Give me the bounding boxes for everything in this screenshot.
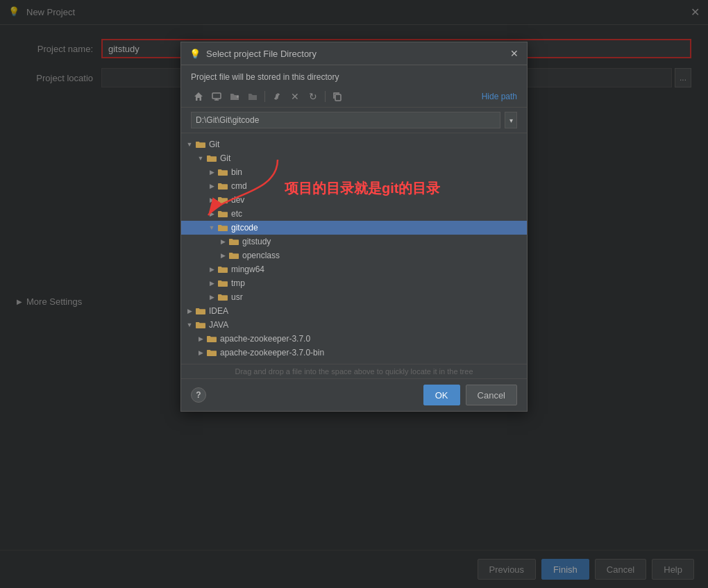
- svg-marker-0: [194, 92, 203, 101]
- svg-rect-1: [212, 93, 221, 99]
- tree-folder-icon: [206, 153, 217, 164]
- tree-item-gitstudy[interactable]: ▶ gitstudy: [181, 235, 527, 249]
- tree-toggle[interactable]: ▶: [217, 250, 228, 261]
- tree-item-mingw64[interactable]: ▶ mingw64: [181, 262, 527, 276]
- tree-label: dev: [231, 195, 244, 205]
- tree-label: usr: [231, 292, 243, 302]
- tree-folder-icon: [217, 194, 228, 205]
- tree-folder-icon: [228, 236, 239, 247]
- dialog-title-bar: 💡 Select project File Directory ✕: [181, 42, 527, 65]
- folder2-toolbar-icon[interactable]: [245, 89, 260, 104]
- tree-toggle[interactable]: ▼: [206, 222, 217, 233]
- tree-item-usr[interactable]: ▶ usr: [181, 290, 527, 304]
- tree-toggle[interactable]: ▶: [206, 194, 217, 205]
- tree-folder-icon: [206, 333, 217, 344]
- tree-toggle[interactable]: ▼: [195, 153, 206, 164]
- toolbar-separator-2: [325, 91, 326, 102]
- tree-label: gitcode: [231, 223, 258, 233]
- tree-folder-icon: [217, 167, 228, 178]
- tree-item-idea[interactable]: ▶ IDEA: [181, 304, 527, 318]
- tree-label: gitstudy: [242, 237, 271, 246]
- tree-toggle[interactable]: ▼: [184, 319, 195, 330]
- dialog-actions: OK Cancel: [423, 385, 517, 405]
- dialog-title-left: 💡 Select project File Directory: [189, 49, 317, 59]
- tree-label: bin: [231, 167, 242, 177]
- dialog-cancel-button[interactable]: Cancel: [466, 385, 517, 405]
- tree-label: openclass: [242, 251, 280, 260]
- path-dropdown-button[interactable]: ▾: [505, 112, 517, 128]
- tree-label: IDEA: [209, 306, 228, 316]
- dialog-ok-button[interactable]: OK: [423, 385, 460, 405]
- dialog-close-button[interactable]: ✕: [510, 48, 519, 59]
- toolbar-separator-1: [264, 91, 265, 102]
- tree-item-etc[interactable]: ▶ etc: [181, 207, 527, 221]
- dialog-toolbar: + ✕ ↻ Hide path: [181, 86, 527, 108]
- refresh-toolbar-icon[interactable]: ↻: [305, 89, 321, 104]
- tree-toggle[interactable]: ▶: [184, 305, 195, 317]
- drag-hint: Drag and drop a file into the space abov…: [181, 364, 527, 378]
- svg-rect-5: [335, 94, 341, 101]
- delete-toolbar-icon[interactable]: ✕: [287, 89, 303, 104]
- tree-item-bin[interactable]: ▶ bin: [181, 165, 527, 179]
- tree-item-gitcode[interactable]: ▼ gitcode: [181, 221, 527, 235]
- home-toolbar-icon[interactable]: [191, 89, 206, 104]
- file-tree[interactable]: ▼ Git ▼ Git ▶ bin ▶ cmd ▶ dev ▶ etc: [181, 133, 527, 364]
- tree-toggle[interactable]: ▶: [206, 292, 217, 303]
- tree-folder-icon: [195, 139, 206, 150]
- tree-label: Git: [209, 140, 219, 149]
- tree-folder-icon: [217, 264, 228, 275]
- tree-item-az2[interactable]: ▶ apache-zookeeper-3.7.0-bin: [181, 346, 527, 360]
- tree-toggle[interactable]: ▶: [206, 278, 217, 289]
- tree-item-az1[interactable]: ▶ apache-zookeeper-3.7.0: [181, 332, 527, 346]
- tree-folder-icon: [217, 278, 228, 289]
- tree-label: tmp: [231, 278, 245, 288]
- tree-item-tmp[interactable]: ▶ tmp: [181, 276, 527, 290]
- tree-item-dev[interactable]: ▶ dev: [181, 193, 527, 207]
- copy-toolbar-icon[interactable]: [330, 89, 345, 104]
- file-directory-dialog: 💡 Select project File Directory ✕ Projec…: [180, 42, 528, 412]
- tree-folder-icon: [217, 180, 228, 192]
- dialog-overlay: 💡 Select project File Directory ✕ Projec…: [0, 0, 708, 588]
- tree-toggle[interactable]: ▶: [195, 333, 206, 344]
- path-input[interactable]: [191, 112, 500, 128]
- tree-toggle[interactable]: ▶: [195, 347, 206, 358]
- tree-label: cmd: [231, 181, 247, 191]
- tree-folder-icon: [217, 208, 228, 219]
- tree-toggle[interactable]: ▶: [217, 236, 228, 247]
- tree-toggle[interactable]: ▶: [206, 208, 217, 219]
- tree-toggle[interactable]: ▼: [184, 139, 195, 150]
- hide-path-button[interactable]: Hide path: [482, 92, 517, 101]
- tree-item-java[interactable]: ▼ JAVA: [181, 318, 527, 332]
- tree-folder-icon: [228, 250, 239, 261]
- desktop-toolbar-icon[interactable]: [209, 89, 224, 104]
- tree-item-git1[interactable]: ▼ Git: [181, 137, 527, 151]
- tree-folder-icon: [195, 319, 206, 330]
- tree-label: apache-zookeeper-3.7.0-bin: [220, 348, 324, 358]
- tree-toggle[interactable]: ▶: [206, 167, 217, 178]
- tree-item-cmd[interactable]: ▶ cmd: [181, 179, 527, 193]
- tree-label: JAVA: [209, 320, 228, 330]
- dialog-bottom: ? OK Cancel: [181, 378, 527, 411]
- dialog-app-icon: 💡: [189, 49, 201, 59]
- dialog-subtitle: Project file will be stored in this dire…: [181, 65, 527, 86]
- new-folder-toolbar-icon[interactable]: +: [227, 89, 242, 104]
- tree-label: mingw64: [231, 264, 264, 274]
- tree-folder-icon: [217, 222, 228, 233]
- link-toolbar-icon[interactable]: [269, 89, 285, 104]
- dialog-help-button[interactable]: ?: [191, 387, 206, 403]
- tree-item-git2[interactable]: ▼ Git: [181, 151, 527, 165]
- tree-folder-icon: [195, 305, 206, 317]
- dialog-path-row: ▾: [181, 108, 527, 133]
- tree-item-openclass[interactable]: ▶ openclass: [181, 249, 527, 262]
- tree-toggle[interactable]: ▶: [206, 180, 217, 192]
- tree-toggle[interactable]: ▶: [206, 264, 217, 275]
- tree-label: Git: [220, 153, 230, 163]
- tree-folder-icon: [217, 292, 228, 303]
- tree-label: etc: [231, 209, 242, 219]
- dialog-title: Select project File Directory: [206, 49, 317, 59]
- tree-label: apache-zookeeper-3.7.0: [220, 334, 310, 344]
- svg-text:+: +: [236, 94, 239, 100]
- tree-folder-icon: [206, 347, 217, 358]
